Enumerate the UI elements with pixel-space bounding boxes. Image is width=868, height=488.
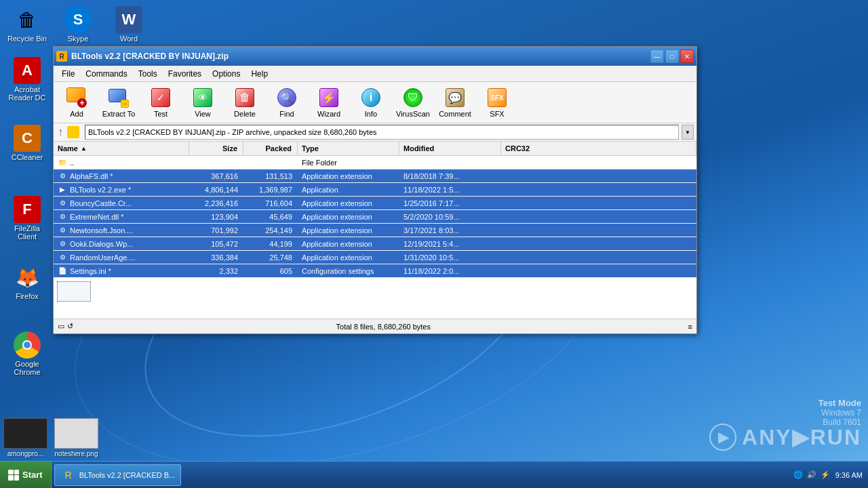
build-number: Build 7601 (818, 418, 861, 427)
info-button[interactable]: i Info (351, 85, 391, 120)
menu-file[interactable]: File (56, 67, 80, 81)
desktop-icon-filezilla[interactable]: F FileZilla Client (3, 193, 51, 243)
extract-to-label: Extract To (102, 110, 136, 118)
skype-label: Skype (68, 35, 89, 43)
desktop-icon-recycle-bin[interactable]: 🗑 Recycle Bin (3, 3, 51, 45)
taskbar-apps: R BLTools v2.2 [CRACKED B... (52, 464, 788, 486)
file-packed: 1,369,987 (243, 184, 298, 195)
close-button[interactable]: ✕ (680, 49, 694, 63)
info-icon: i (360, 87, 382, 108)
extract-to-button[interactable]: → Extract To (98, 85, 139, 120)
menu-help[interactable]: Help (245, 67, 273, 81)
test-button[interactable]: ✓ Test (140, 85, 181, 120)
minimize-button[interactable]: — (650, 49, 664, 63)
table-row[interactable]: ⚙ ExtremeNet.dll * 123,904 45,649 Applic… (54, 210, 696, 224)
desktop-icon-acrobat[interactable]: A Acrobat Reader DC (3, 54, 51, 104)
comment-button[interactable]: 💬 Comment (435, 85, 475, 120)
table-row[interactable]: ▶ BLTools v2.2.exe * 4,806,144 1,369,987… (54, 183, 696, 197)
file-size: 701,992 (189, 225, 243, 236)
among-label: amongpro... (7, 450, 43, 458)
find-icon: 🔍 (276, 87, 298, 108)
menu-tools[interactable]: Tools (133, 67, 163, 81)
taskbar-clock: 9:36 AM (835, 471, 868, 479)
file-modified: 3/17/2021 8:03... (399, 225, 501, 236)
desktop-icon-chrome[interactable]: Google Chrome (3, 329, 51, 379)
selection-box (57, 281, 91, 302)
file-packed: 716,604 (243, 198, 298, 209)
delete-button[interactable]: 🗑 Delete (224, 85, 265, 120)
file-type: File Folder (298, 157, 399, 168)
dll-file-icon: ⚙ (58, 171, 67, 181)
view-label: View (195, 110, 211, 118)
virusscan-button[interactable]: 🛡 VirusScan (393, 85, 433, 120)
col-header-size[interactable]: Size (189, 142, 243, 155)
file-rows-container: 📁 .. File Folder ⚙ AlphaFS.dll * 367,616… (54, 156, 696, 319)
table-row[interactable]: 📄 Settings.ini * 2,332 605 Configuration… (54, 264, 696, 278)
status-bar: ▭ ↺ Total 8 files, 8,680,260 bytes ≡ (54, 319, 696, 333)
desktop-icon-skype[interactable]: S Skype (54, 3, 102, 45)
menu-options[interactable]: Options (207, 67, 245, 81)
table-row[interactable]: 📁 .. File Folder (54, 156, 696, 169)
thumbnail-among: amongpro... (3, 418, 47, 458)
menu-favorites[interactable]: Favorites (163, 67, 207, 81)
title-bar: R BLTools v2.2 [CRACKED BY INJUAN].zip —… (54, 47, 696, 66)
file-modified: 11/18/2022 1:5... (399, 184, 501, 195)
maximize-button[interactable]: □ (665, 49, 679, 63)
test-icon: ✓ (150, 87, 172, 108)
col-header-name[interactable]: Name ▲ (54, 142, 189, 155)
info-label: Info (365, 110, 377, 118)
back-button[interactable]: ↑ (56, 125, 64, 140)
title-bar-controls: — □ ✕ (650, 49, 694, 63)
file-modified: 5/2/2020 10:59... (399, 211, 501, 222)
wizard-button[interactable]: ⚡ Wizard (309, 85, 349, 120)
file-crc32 (501, 229, 696, 232)
test-mode-info: Test Mode Windows 7 Build 7601 (818, 398, 861, 427)
taskbar-app-winrar[interactable]: R BLTools v2.2 [CRACKED B... (54, 464, 182, 486)
network-icon: 🌐 (793, 470, 803, 479)
file-name: Settings.ini * (70, 267, 111, 275)
chrome-label: Google Chrome (6, 360, 48, 376)
col-header-packed[interactable]: Packed (243, 142, 298, 155)
file-size: 105,472 (189, 239, 243, 249)
table-row[interactable]: ⚙ AlphaFS.dll * 367,616 131,513 Applicat… (54, 169, 696, 183)
file-type: Application extension (298, 239, 399, 249)
sfx-icon: SFX (486, 87, 508, 108)
desktop-icon-word[interactable]: W Word (105, 3, 153, 45)
table-row[interactable]: ⚙ Ookii.Dialogs.Wp... 105,472 44,199 App… (54, 237, 696, 251)
add-button[interactable]: + Add (56, 85, 97, 120)
table-row[interactable]: ⚙ RandomUserAge.... 336,384 25,748 Appli… (54, 251, 696, 264)
start-button[interactable]: Start (0, 462, 52, 489)
file-name: BLTools v2.2.exe * (70, 186, 131, 194)
address-input[interactable]: BLTools v2.2 [CRACKED BY INJUAN].zip - Z… (85, 125, 679, 140)
windows-logo-icon (8, 470, 19, 481)
skype-icon: S (64, 6, 92, 33)
desktop-icon-ccleaner[interactable]: C CCleaner (3, 122, 51, 164)
file-packed: 605 (243, 266, 298, 277)
test-label: Test (154, 110, 167, 118)
taskbar-winrar-icon: R (60, 467, 77, 483)
file-name: .. (70, 159, 74, 167)
delete-label: Delete (234, 110, 256, 118)
status-right: ≡ (688, 323, 692, 331)
word-label: Word (120, 35, 138, 43)
dll-file-icon: ⚙ (58, 212, 67, 222)
col-header-type[interactable]: Type (298, 142, 399, 155)
find-button[interactable]: 🔍 Find (267, 85, 307, 120)
file-modified: 11/18/2022 2:0... (399, 266, 501, 277)
file-crc32 (501, 270, 696, 272)
desktop-icon-firefox[interactable]: 🦊 Firefox (3, 261, 51, 303)
acrobat-icon: A (14, 57, 41, 84)
ini-file-icon: 📄 (58, 266, 67, 276)
sfx-button[interactable]: SFX SFX (477, 85, 517, 120)
file-packed: 25,748 (243, 252, 298, 263)
file-packed: 45,649 (243, 211, 298, 222)
exe-file-icon: ▶ (58, 185, 67, 195)
col-header-modified[interactable]: Modified (399, 142, 501, 155)
col-header-crc32[interactable]: CRC32 (501, 142, 696, 155)
menu-commands[interactable]: Commands (80, 67, 132, 81)
address-dropdown[interactable]: ▼ (682, 125, 694, 140)
file-name: RandomUserAge.... (70, 253, 136, 262)
table-row[interactable]: ⚙ BouncyCastle.Cr... 2,236,416 716,604 A… (54, 197, 696, 210)
table-row[interactable]: ⚙ Newtonsoft.Json.... 701,992 254,149 Ap… (54, 224, 696, 237)
view-button[interactable]: 👁 View (182, 85, 223, 120)
